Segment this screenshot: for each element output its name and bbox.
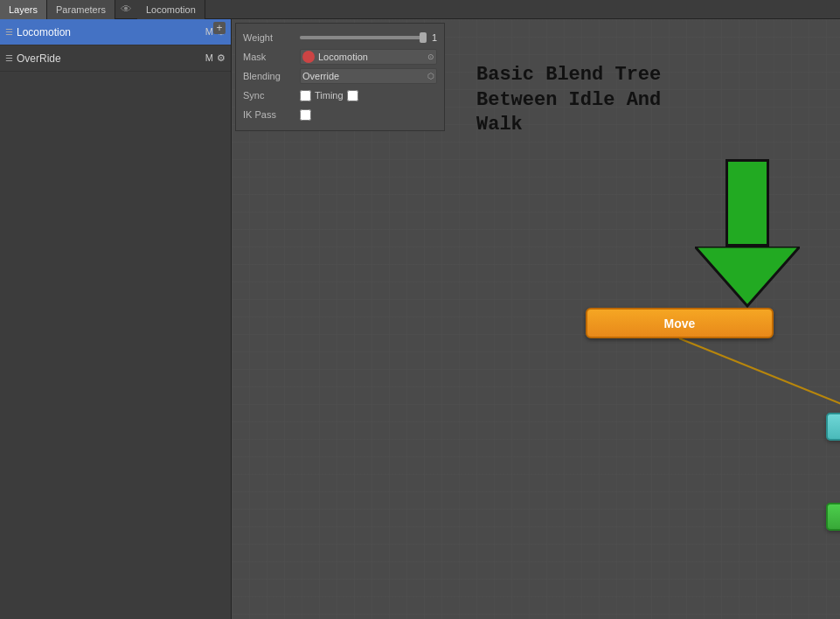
title-line-1: Basic Blend Tree [476,63,661,88]
animator-canvas[interactable]: Weight 1 Mask Locomotion ⊙ [232,19,840,619]
move-label: Move [664,316,696,330]
add-layer-button[interactable]: + [213,22,226,34]
top-tab-bar: Layers Parameters 👁 Locomotion [0,0,840,19]
blending-label: Blending [243,71,300,81]
state-node-any-state[interactable]: Any State [826,413,840,441]
m-label-2: M [205,52,213,64]
mask-row: Mask Locomotion ⊙ [243,48,437,66]
weight-slider-thumb [420,32,427,43]
weight-label: Weight [243,32,300,43]
arrow-shape [695,159,800,308]
blending-row: Blending Override ⬡ [243,67,437,85]
list-icon: ☰ [5,27,13,37]
mask-icon [302,51,315,63]
svg-marker-0 [695,247,800,306]
list-icon-2: ☰ [5,53,13,63]
eye-icon: 👁 [115,3,137,16]
mask-arrow-icon: ⊙ [427,52,434,61]
state-node-move[interactable]: Move [586,308,774,338]
ik-pass-row: IK Pass [243,106,437,123]
layer-controls-2: M ⚙ [205,52,226,64]
tab-parameters[interactable]: Parameters [47,0,115,19]
weight-slider[interactable] [300,36,427,39]
gear-icon-override[interactable]: ⚙ [217,52,226,64]
blending-arrow-icon: ⬡ [427,72,434,80]
canvas-title: Basic Blend Tree Between Idle And Walk [476,63,661,138]
timing-label: Timing [315,90,344,101]
tab-locomotion[interactable]: Locomotion [137,0,205,19]
sync-label: Sync [243,90,300,101]
m-label: M [205,26,213,38]
title-line-3: Walk [476,113,661,138]
sidebar-item-locomotion[interactable]: ☰ Locomotion M ⚙ [0,19,231,45]
down-arrow [695,159,800,308]
sidebar-item-override[interactable]: ☰ OverRide M ⚙ [0,45,231,72]
timing-checkbox[interactable] [347,90,358,101]
sync-checkbox[interactable] [300,90,311,101]
mask-value: Locomotion [318,52,427,62]
arrow-shaft [725,159,769,247]
blending-select[interactable]: Override ⬡ [300,68,437,84]
title-line-2: Between Idle And [476,88,661,114]
ik-pass-checkbox[interactable] [300,109,311,121]
sync-row: Sync Timing [243,87,437,104]
tab-layers[interactable]: Layers [0,0,47,19]
arrow-head-svg [695,247,800,308]
properties-panel: Weight 1 Mask Locomotion ⊙ [235,23,445,131]
connection-line-1 [679,338,840,427]
mask-label: Mask [243,52,300,62]
sidebar: + ☰ Locomotion M ⚙ ☰ OverRide M ⚙ [0,19,232,619]
state-node-entry[interactable]: Entry [826,503,840,531]
weight-slider-fill [300,36,427,39]
mask-select[interactable]: Locomotion ⊙ [300,49,437,65]
blending-value: Override [302,71,427,81]
ik-pass-label: IK Pass [243,109,300,120]
main-layout: + ☰ Locomotion M ⚙ ☰ OverRide M ⚙ Weight [0,19,840,619]
weight-value: 1 [432,32,437,43]
weight-slider-container[interactable]: 1 [300,32,437,43]
weight-row: Weight 1 [243,29,437,46]
